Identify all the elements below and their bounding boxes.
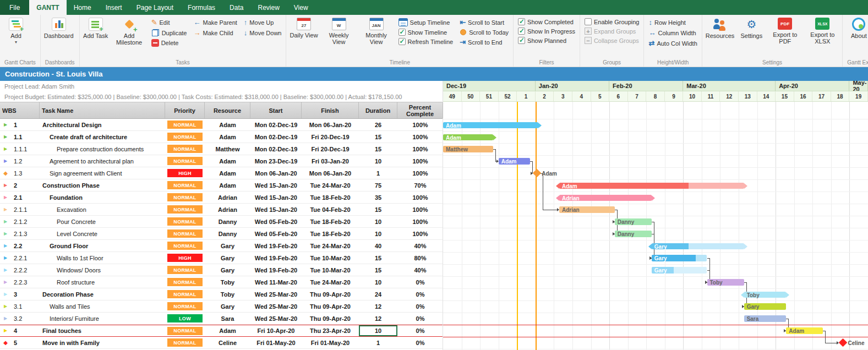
export-to-xlsx-button[interactable]: XLSXExport to XLSX <box>804 15 840 45</box>
cell-percent[interactable]: 100% <box>397 204 443 215</box>
cell-wbs[interactable]: 1.2 <box>11 155 40 167</box>
cell-percent[interactable]: 0% <box>397 276 443 288</box>
cell-task-name[interactable]: Ground Floor <box>40 240 165 251</box>
cell-finish[interactable]: Tue 18-Feb-20 <box>302 228 359 239</box>
column-header-priority[interactable]: Priority <box>165 102 205 118</box>
cell-wbs[interactable]: 2.2 <box>11 240 40 251</box>
cell-percent[interactable]: 0% <box>397 337 443 348</box>
show-in-progress-button[interactable]: Show In Progress <box>516 27 577 35</box>
cell-finish[interactable]: Tue 18-Feb-20 <box>302 216 359 227</box>
resources-button[interactable]: Resources <box>704 15 736 39</box>
cell-task-name[interactable]: Excavation <box>40 204 165 215</box>
gantt-bar[interactable]: Gary <box>652 255 707 261</box>
cell-finish[interactable]: Mon 06-Jan-20 <box>302 167 359 179</box>
cell-resource[interactable]: Gary <box>205 240 250 251</box>
expand-groups-button[interactable]: Expand Groups <box>583 27 641 35</box>
gantt-bar[interactable]: Danny <box>615 218 652 225</box>
cell-duration[interactable]: 26 <box>359 119 397 130</box>
show-timeline-button[interactable]: Show Timeline <box>397 28 455 36</box>
make-parent-button[interactable]: Make Parent <box>192 18 238 27</box>
cell-task-name[interactable]: Roof structure <box>40 276 165 288</box>
cell-priority[interactable]: NORMAL <box>165 264 205 276</box>
cell-start[interactable]: Mon 02-Dec-19 <box>250 131 302 143</box>
cell-duration[interactable]: 15 <box>359 264 397 276</box>
cell-wbs[interactable]: 2.1.1 <box>11 204 40 215</box>
refresh-timeline-button[interactable]: Refresh Timeline <box>397 37 455 46</box>
gantt-bar[interactable]: Toby <box>744 292 787 298</box>
cell-start[interactable]: Wed 25-Mar-20 <box>250 313 302 324</box>
cell-duration[interactable]: 1 <box>359 167 397 179</box>
cell-resource[interactable]: Adrian <box>205 204 250 215</box>
column-header-task-name[interactable]: Task Name <box>40 102 165 118</box>
enable-grouping-button[interactable]: Enable Grouping <box>583 18 641 26</box>
cell-finish[interactable]: Tue 24-Mar-20 <box>302 276 359 288</box>
cell-duration[interactable]: 75 <box>359 179 397 191</box>
cell-priority[interactable]: NORMAL <box>165 143 205 155</box>
cell-finish[interactable]: Tue 18-Feb-20 <box>302 192 359 203</box>
cell-duration[interactable]: 15 <box>359 252 397 264</box>
tab-insert[interactable]: Insert <box>99 0 129 15</box>
cell-wbs[interactable]: 3.1 <box>11 300 40 312</box>
gantt-bar[interactable]: Sara <box>744 315 787 322</box>
milestone-diamond[interactable] <box>532 169 541 178</box>
row-height-button[interactable]: Row Height <box>647 18 698 27</box>
cell-start[interactable]: Mon 02-Dec-19 <box>250 119 302 130</box>
column-header-resource[interactable]: Resource <box>205 102 250 118</box>
cell-task-name[interactable]: Windows/ Doors <box>40 264 165 276</box>
scroll-to-start-button[interactable]: Scroll to Start <box>458 18 510 27</box>
tab-view[interactable]: View <box>287 0 315 15</box>
cell-resource[interactable]: Matthew <box>205 143 250 155</box>
cell-finish[interactable]: Tue 10-Mar-20 <box>302 252 359 264</box>
cell-wbs[interactable]: 2.1 <box>11 192 40 203</box>
tab-home[interactable]: Home <box>67 0 99 15</box>
cell-task-name[interactable]: Foundation <box>40 192 165 203</box>
setup-timeline-button[interactable]: Setup Timeline <box>397 18 455 27</box>
scroll-to-today-button[interactable]: Scroll to Today <box>458 28 510 36</box>
cell-wbs[interactable]: 2.2.2 <box>11 264 40 276</box>
auto-col-width-button[interactable]: Auto Col Width <box>647 39 698 48</box>
move-up-button[interactable]: Move Up <box>242 18 283 27</box>
delete-button[interactable]: Delete <box>150 39 189 47</box>
cell-duration[interactable]: 35 <box>359 192 397 203</box>
gantt-bar[interactable]: Matthew <box>443 146 493 152</box>
cell-percent[interactable]: 0% <box>397 300 443 312</box>
cell-wbs[interactable]: 1 <box>11 119 40 130</box>
cell-duration[interactable]: 15 <box>359 143 397 155</box>
gantt-bar[interactable]: Adrian <box>559 206 615 213</box>
cell-start[interactable]: Wed 25-Mar-20 <box>250 288 302 300</box>
cell-percent[interactable]: 100% <box>397 131 443 143</box>
cell-duration[interactable]: 10 <box>359 228 397 239</box>
add-milestone-button[interactable]: Add Milestone <box>111 15 148 46</box>
cell-percent[interactable]: 100% <box>397 143 443 155</box>
cell-finish[interactable]: Fri 03-Jan-20 <box>302 155 359 167</box>
cell-start[interactable]: Fri 10-Apr-20 <box>250 325 302 336</box>
cell-duration[interactable]: 15 <box>359 131 397 143</box>
cell-start[interactable]: Wed 15-Jan-20 <box>250 179 302 191</box>
cell-wbs[interactable]: 1.1.1 <box>11 143 40 155</box>
monthly-view-button[interactable]: JANMonthly View <box>358 15 395 45</box>
cell-percent[interactable]: 100% <box>397 216 443 227</box>
tab-file[interactable]: File <box>0 0 29 15</box>
cell-finish[interactable]: Mon 06-Jan-20 <box>302 119 359 130</box>
cell-wbs[interactable]: 3 <box>11 288 40 300</box>
tab-formulas[interactable]: Formulas <box>181 0 222 15</box>
dashboard-button[interactable]: Dashboard <box>42 15 75 39</box>
cell-resource[interactable]: Gary <box>205 252 250 264</box>
cell-percent[interactable]: 100% <box>397 119 443 130</box>
cell-start[interactable]: Wed 15-Jan-20 <box>250 192 302 203</box>
milestone-diamond[interactable] <box>839 338 848 347</box>
duplicate-button[interactable]: Duplicate <box>150 28 189 37</box>
cell-resource[interactable]: Gary <box>205 300 250 312</box>
gantt-bar[interactable]: Adam <box>443 122 538 128</box>
cell-priority[interactable]: NORMAL <box>165 179 205 191</box>
cell-start[interactable]: Wed 19-Feb-20 <box>250 264 302 276</box>
cell-priority[interactable]: HIGH <box>165 252 205 264</box>
cell-start[interactable]: Wed 05-Feb-20 <box>250 228 302 239</box>
cell-percent[interactable]: 100% <box>397 228 443 239</box>
cell-task-name[interactable]: Final touches <box>40 325 165 336</box>
cell-wbs[interactable]: 2.1.2 <box>11 216 40 227</box>
cell-duration[interactable]: 10 <box>359 155 397 167</box>
gantt-bar[interactable]: Adam <box>499 158 531 165</box>
cell-task-name[interactable]: Walls and Tiles <box>40 300 165 312</box>
cell-resource[interactable]: Danny <box>205 228 250 239</box>
